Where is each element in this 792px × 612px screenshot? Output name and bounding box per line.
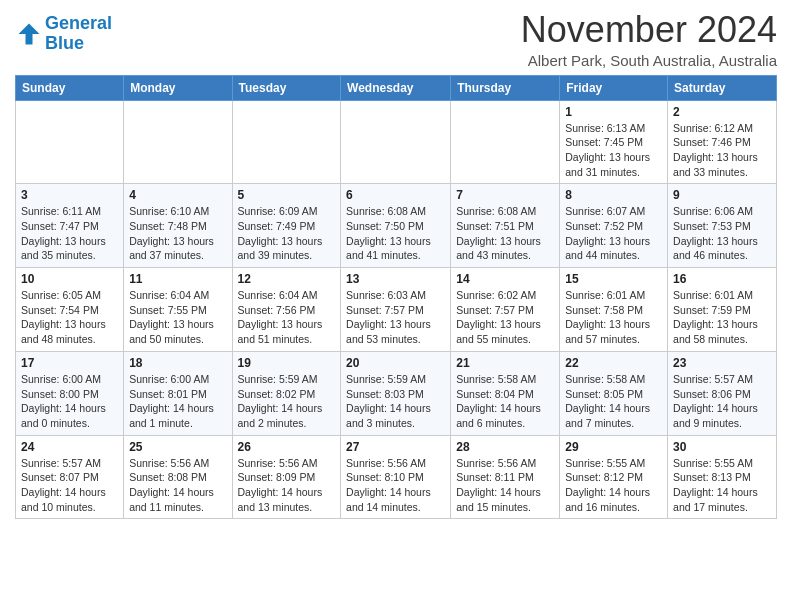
- title-block: November 2024 Albert Park, South Austral…: [521, 10, 777, 69]
- day-number: 28: [456, 440, 554, 454]
- calendar-cell: 21Sunrise: 5:58 AMSunset: 8:04 PMDayligh…: [451, 351, 560, 435]
- subtitle: Albert Park, South Australia, Australia: [521, 52, 777, 69]
- header: General Blue November 2024 Albert Park, …: [15, 10, 777, 69]
- day-number: 4: [129, 188, 226, 202]
- calendar-cell: [124, 100, 232, 184]
- calendar-cell: [16, 100, 124, 184]
- calendar-cell: 16Sunrise: 6:01 AMSunset: 7:59 PMDayligh…: [668, 268, 777, 352]
- weekday-monday: Monday: [124, 75, 232, 100]
- day-info: Sunrise: 5:59 AMSunset: 8:02 PMDaylight:…: [238, 372, 336, 431]
- day-number: 25: [129, 440, 226, 454]
- day-number: 11: [129, 272, 226, 286]
- calendar-cell: 23Sunrise: 5:57 AMSunset: 8:06 PMDayligh…: [668, 351, 777, 435]
- day-info: Sunrise: 6:03 AMSunset: 7:57 PMDaylight:…: [346, 288, 445, 347]
- day-number: 15: [565, 272, 662, 286]
- day-number: 26: [238, 440, 336, 454]
- day-info: Sunrise: 6:00 AMSunset: 8:01 PMDaylight:…: [129, 372, 226, 431]
- day-info: Sunrise: 5:57 AMSunset: 8:07 PMDaylight:…: [21, 456, 118, 515]
- day-info: Sunrise: 6:06 AMSunset: 7:53 PMDaylight:…: [673, 204, 771, 263]
- day-number: 16: [673, 272, 771, 286]
- calendar-cell: 14Sunrise: 6:02 AMSunset: 7:57 PMDayligh…: [451, 268, 560, 352]
- day-info: Sunrise: 6:09 AMSunset: 7:49 PMDaylight:…: [238, 204, 336, 263]
- calendar-cell: 7Sunrise: 6:08 AMSunset: 7:51 PMDaylight…: [451, 184, 560, 268]
- weekday-header-row: SundayMondayTuesdayWednesdayThursdayFrid…: [16, 75, 777, 100]
- weekday-saturday: Saturday: [668, 75, 777, 100]
- week-row-4: 24Sunrise: 5:57 AMSunset: 8:07 PMDayligh…: [16, 435, 777, 519]
- day-info: Sunrise: 6:13 AMSunset: 7:45 PMDaylight:…: [565, 121, 662, 180]
- month-title: November 2024: [521, 10, 777, 50]
- day-info: Sunrise: 5:58 AMSunset: 8:05 PMDaylight:…: [565, 372, 662, 431]
- calendar-cell: 18Sunrise: 6:00 AMSunset: 8:01 PMDayligh…: [124, 351, 232, 435]
- day-number: 9: [673, 188, 771, 202]
- calendar-cell: 4Sunrise: 6:10 AMSunset: 7:48 PMDaylight…: [124, 184, 232, 268]
- day-info: Sunrise: 5:57 AMSunset: 8:06 PMDaylight:…: [673, 372, 771, 431]
- weekday-friday: Friday: [560, 75, 668, 100]
- day-number: 29: [565, 440, 662, 454]
- day-number: 19: [238, 356, 336, 370]
- day-info: Sunrise: 6:07 AMSunset: 7:52 PMDaylight:…: [565, 204, 662, 263]
- calendar-cell: 26Sunrise: 5:56 AMSunset: 8:09 PMDayligh…: [232, 435, 341, 519]
- calendar-cell: 28Sunrise: 5:56 AMSunset: 8:11 PMDayligh…: [451, 435, 560, 519]
- day-info: Sunrise: 6:00 AMSunset: 8:00 PMDaylight:…: [21, 372, 118, 431]
- day-number: 18: [129, 356, 226, 370]
- calendar-cell: 8Sunrise: 6:07 AMSunset: 7:52 PMDaylight…: [560, 184, 668, 268]
- calendar-cell: 6Sunrise: 6:08 AMSunset: 7:50 PMDaylight…: [341, 184, 451, 268]
- calendar-cell: 15Sunrise: 6:01 AMSunset: 7:58 PMDayligh…: [560, 268, 668, 352]
- day-number: 1: [565, 105, 662, 119]
- calendar: SundayMondayTuesdayWednesdayThursdayFrid…: [15, 75, 777, 520]
- logo-icon: [15, 20, 43, 48]
- calendar-cell: 22Sunrise: 5:58 AMSunset: 8:05 PMDayligh…: [560, 351, 668, 435]
- day-number: 7: [456, 188, 554, 202]
- day-info: Sunrise: 5:56 AMSunset: 8:08 PMDaylight:…: [129, 456, 226, 515]
- day-number: 8: [565, 188, 662, 202]
- calendar-cell: 29Sunrise: 5:55 AMSunset: 8:12 PMDayligh…: [560, 435, 668, 519]
- calendar-cell: 13Sunrise: 6:03 AMSunset: 7:57 PMDayligh…: [341, 268, 451, 352]
- day-info: Sunrise: 6:02 AMSunset: 7:57 PMDaylight:…: [456, 288, 554, 347]
- day-number: 17: [21, 356, 118, 370]
- weekday-sunday: Sunday: [16, 75, 124, 100]
- day-info: Sunrise: 6:12 AMSunset: 7:46 PMDaylight:…: [673, 121, 771, 180]
- calendar-cell: [341, 100, 451, 184]
- day-number: 6: [346, 188, 445, 202]
- calendar-cell: 2Sunrise: 6:12 AMSunset: 7:46 PMDaylight…: [668, 100, 777, 184]
- day-info: Sunrise: 5:56 AMSunset: 8:10 PMDaylight:…: [346, 456, 445, 515]
- day-number: 10: [21, 272, 118, 286]
- calendar-cell: 30Sunrise: 5:55 AMSunset: 8:13 PMDayligh…: [668, 435, 777, 519]
- day-info: Sunrise: 6:01 AMSunset: 7:58 PMDaylight:…: [565, 288, 662, 347]
- day-info: Sunrise: 6:04 AMSunset: 7:55 PMDaylight:…: [129, 288, 226, 347]
- page: General Blue November 2024 Albert Park, …: [0, 0, 792, 534]
- day-number: 13: [346, 272, 445, 286]
- week-row-2: 10Sunrise: 6:05 AMSunset: 7:54 PMDayligh…: [16, 268, 777, 352]
- calendar-cell: [451, 100, 560, 184]
- week-row-3: 17Sunrise: 6:00 AMSunset: 8:00 PMDayligh…: [16, 351, 777, 435]
- week-row-1: 3Sunrise: 6:11 AMSunset: 7:47 PMDaylight…: [16, 184, 777, 268]
- day-info: Sunrise: 5:58 AMSunset: 8:04 PMDaylight:…: [456, 372, 554, 431]
- day-number: 20: [346, 356, 445, 370]
- day-info: Sunrise: 6:10 AMSunset: 7:48 PMDaylight:…: [129, 204, 226, 263]
- day-number: 3: [21, 188, 118, 202]
- day-number: 22: [565, 356, 662, 370]
- calendar-cell: 11Sunrise: 6:04 AMSunset: 7:55 PMDayligh…: [124, 268, 232, 352]
- day-number: 21: [456, 356, 554, 370]
- calendar-cell: 5Sunrise: 6:09 AMSunset: 7:49 PMDaylight…: [232, 184, 341, 268]
- weekday-wednesday: Wednesday: [341, 75, 451, 100]
- day-info: Sunrise: 5:56 AMSunset: 8:11 PMDaylight:…: [456, 456, 554, 515]
- day-info: Sunrise: 6:01 AMSunset: 7:59 PMDaylight:…: [673, 288, 771, 347]
- day-number: 12: [238, 272, 336, 286]
- calendar-cell: 20Sunrise: 5:59 AMSunset: 8:03 PMDayligh…: [341, 351, 451, 435]
- day-info: Sunrise: 5:59 AMSunset: 8:03 PMDaylight:…: [346, 372, 445, 431]
- day-info: Sunrise: 6:11 AMSunset: 7:47 PMDaylight:…: [21, 204, 118, 263]
- calendar-cell: 10Sunrise: 6:05 AMSunset: 7:54 PMDayligh…: [16, 268, 124, 352]
- day-number: 24: [21, 440, 118, 454]
- calendar-cell: 3Sunrise: 6:11 AMSunset: 7:47 PMDaylight…: [16, 184, 124, 268]
- calendar-cell: 1Sunrise: 6:13 AMSunset: 7:45 PMDaylight…: [560, 100, 668, 184]
- weekday-thursday: Thursday: [451, 75, 560, 100]
- week-row-0: 1Sunrise: 6:13 AMSunset: 7:45 PMDaylight…: [16, 100, 777, 184]
- logo: General Blue: [15, 14, 112, 54]
- day-info: Sunrise: 6:08 AMSunset: 7:51 PMDaylight:…: [456, 204, 554, 263]
- day-number: 27: [346, 440, 445, 454]
- calendar-cell: 25Sunrise: 5:56 AMSunset: 8:08 PMDayligh…: [124, 435, 232, 519]
- day-info: Sunrise: 5:55 AMSunset: 8:12 PMDaylight:…: [565, 456, 662, 515]
- weekday-tuesday: Tuesday: [232, 75, 341, 100]
- day-info: Sunrise: 6:08 AMSunset: 7:50 PMDaylight:…: [346, 204, 445, 263]
